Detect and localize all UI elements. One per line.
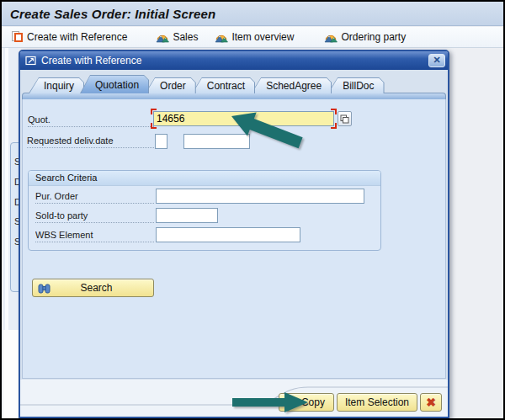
quot-label: Quot.	[28, 114, 154, 127]
toolbar-create-with-reference[interactable]: Create with Reference	[12, 31, 127, 43]
sold-to-party-label: Sold-to party	[35, 210, 154, 223]
pur-order-label: Pur. Order	[35, 191, 154, 204]
sold-to-party-input[interactable]	[156, 208, 218, 223]
cancel-button[interactable]: ✖	[420, 393, 442, 412]
dialog-close-button[interactable]: ✕	[428, 54, 445, 67]
background-form-strip: Sales Organization Distribution Channel …	[3, 48, 19, 330]
toolbar-item-overview[interactable]: Item overview	[215, 31, 294, 43]
tab-label: Inquiry	[29, 78, 83, 93]
background-bottom-area	[3, 330, 19, 418]
tab-label: BillDoc	[328, 78, 383, 93]
overview-mountain-icon	[324, 32, 338, 43]
requested-deliv-date-label: Requested deliv.date	[27, 136, 154, 148]
quotation-tab-panel: Quot. Requested deliv.date	[22, 93, 446, 379]
page-title: Create Sales Order: Initial Screen	[10, 7, 215, 21]
tab-billdoc[interactable]: BillDoc	[327, 77, 384, 93]
pur-order-input[interactable]	[156, 189, 364, 204]
tab-strip: Inquiry Quotation Order Contract SchedAg…	[29, 75, 385, 93]
dialog-body: Inquiry Quotation Order Contract SchedAg…	[20, 70, 448, 417]
requested-deliv-date-type-input[interactable]	[155, 134, 167, 149]
wbs-element-label: WBS Element	[35, 230, 154, 242]
search-criteria-groupbox: Search Criteria Pur. Order Sold-to party…	[28, 170, 381, 251]
search-button[interactable]: Search	[32, 279, 154, 297]
toolbar-label: Item overview	[231, 31, 294, 43]
app-toolbar: Create with Reference Sales Item overvie…	[2, 27, 503, 48]
dialog-titlebar[interactable]: Create with Reference ✕	[20, 51, 448, 70]
annotation-arrow-quot	[228, 109, 309, 152]
create-with-reference-dialog: Create with Reference ✕ Inquiry Quotatio…	[19, 50, 449, 418]
wbs-element-input[interactable]	[156, 227, 300, 242]
tab-contract[interactable]: Contract	[192, 77, 255, 93]
search-criteria-header: Search Criteria	[29, 171, 380, 186]
copy-pages-icon	[340, 114, 349, 124]
screen: Create Sales Order: Initial Screen Creat…	[0, 0, 505, 420]
toolbar-label: Ordering party	[341, 31, 406, 43]
binoculars-icon	[38, 283, 50, 294]
item-selection-button[interactable]: Item Selection	[337, 393, 417, 412]
tab-inquiry[interactable]: Inquiry	[29, 77, 84, 93]
toolbar-ordering-party[interactable]: Ordering party	[324, 31, 406, 43]
dialog-title: Create with Reference	[41, 55, 424, 66]
toolbar-sales[interactable]: Sales	[156, 31, 198, 43]
red-x-icon: ✖	[426, 396, 436, 409]
quot-matchcode-button[interactable]	[338, 111, 352, 126]
tab-order[interactable]: Order	[145, 77, 196, 93]
create-with-reference-icon	[12, 31, 24, 43]
overview-mountain-icon	[215, 32, 228, 43]
toolbar-label: Create with Reference	[27, 31, 127, 43]
tab-schedagree[interactable]: SchedAgree	[251, 77, 332, 93]
tab-panel-top-band	[22, 93, 446, 99]
toolbar-label: Sales	[173, 31, 198, 43]
annotation-arrow-copy	[231, 391, 311, 414]
tab-quotation[interactable]: Quotation	[80, 75, 149, 93]
item-selection-label: Item Selection	[345, 396, 409, 408]
background-groupbox: Sales Organization Distribution Channel …	[10, 142, 19, 292]
dialog-window-icon	[25, 56, 37, 66]
tab-label: SchedAgree	[252, 78, 331, 93]
tab-label: Quotation	[81, 76, 148, 93]
search-button-label: Search	[55, 282, 153, 294]
app-titlebar: Create Sales Order: Initial Screen	[2, 2, 503, 26]
tab-label: Order	[146, 78, 195, 93]
overview-mountain-icon	[156, 32, 169, 43]
dialog-footer: ✔ Copy Item Selection ✖	[20, 380, 448, 417]
tab-label: Contract	[193, 78, 254, 93]
tab-panel-body: Quot. Requested deliv.date	[22, 99, 446, 379]
